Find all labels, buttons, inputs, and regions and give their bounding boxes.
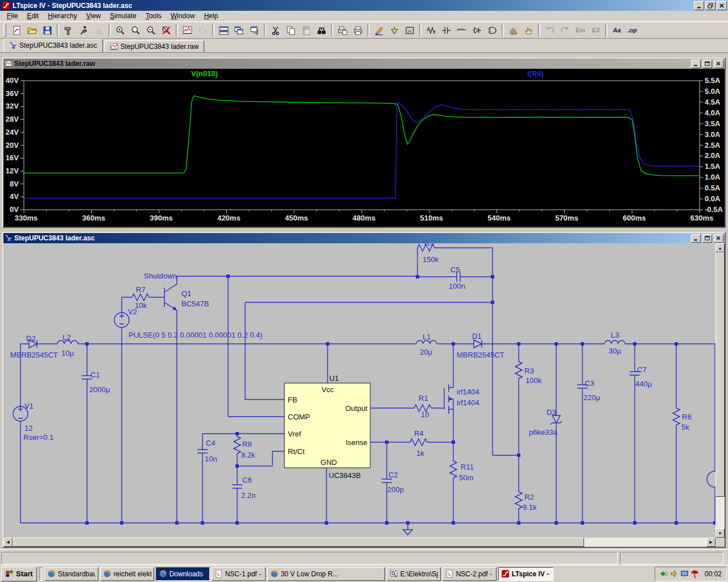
label-r5-value[interactable]: 150k xyxy=(423,255,439,264)
printkey-icon[interactable] xyxy=(660,569,668,578)
label-d3-value[interactable]: p6ke33a xyxy=(529,428,558,436)
toolbar-diode-button[interactable] xyxy=(469,23,485,38)
toolbar-open-file-button[interactable] xyxy=(24,23,40,38)
label-c3-value[interactable]: 220µ xyxy=(584,393,601,402)
toolbar-zoom-out-button[interactable] xyxy=(143,23,159,38)
label-r4-value[interactable]: 1k xyxy=(416,449,424,458)
label-v1-name[interactable]: V1 xyxy=(24,402,34,410)
toolbar-capacitor-button[interactable] xyxy=(439,23,454,38)
label-c7-value[interactable]: 440µ xyxy=(635,380,652,388)
label-r11-value[interactable]: 50m xyxy=(459,473,473,482)
horizontal-scrollbar[interactable]: ◀ ▶ xyxy=(3,538,715,547)
label-l3-name[interactable]: L3 xyxy=(611,331,619,339)
menu-window[interactable]: Window xyxy=(166,11,200,21)
label-c4-name[interactable]: C4 xyxy=(206,439,216,447)
schematic-canvas[interactable]: Shutdown R7 10k Q1 BC547B V2 PULSE(0 5 0… xyxy=(3,243,715,538)
toolbar-spice-directive-button[interactable]: .op xyxy=(624,23,640,38)
label-r6-value[interactable]: 5k xyxy=(681,423,689,431)
scroll-up-button[interactable]: ▲ xyxy=(715,243,725,252)
label-r3-value[interactable]: 100k xyxy=(526,376,542,385)
label-c5-name[interactable]: C5 xyxy=(450,265,460,274)
label-l1-name[interactable]: L1 xyxy=(423,332,431,341)
toolbar-zoom-in-button[interactable] xyxy=(113,23,128,38)
horizontal-scroll-thumb[interactable] xyxy=(13,538,584,547)
close-button[interactable] xyxy=(717,1,727,10)
label-c6-value[interactable]: 2.2n xyxy=(241,491,255,500)
label-c4-value[interactable]: 10n xyxy=(205,455,217,463)
trace-I(R9)[interactable] xyxy=(24,102,700,198)
label-c2-value[interactable]: 200p xyxy=(387,485,404,494)
tab-schematic[interactable]: StepUPUC3843 lader.asc xyxy=(3,39,103,52)
label-c6-name[interactable]: C6 xyxy=(242,476,252,484)
toolbar-new-schematic-button[interactable] xyxy=(9,23,24,38)
label-r1-value[interactable]: 10 xyxy=(421,410,429,419)
start-button[interactable]: Start xyxy=(1,567,37,581)
toolbar-copy-button[interactable] xyxy=(283,23,299,38)
label-r5-name[interactable]: R5 xyxy=(424,243,434,247)
toolbar-tile-horizontal-button[interactable] xyxy=(216,23,231,38)
toolbar-component-button[interactable] xyxy=(485,23,500,38)
toolbar-inductor-button[interactable] xyxy=(454,23,469,38)
toolbar-resistor-button[interactable] xyxy=(423,23,439,38)
trace-label-V(n010)[interactable]: V(n010) xyxy=(191,69,218,78)
label-l2-name[interactable]: L2 xyxy=(63,333,71,342)
label-c7-name[interactable]: C7 xyxy=(637,365,647,374)
label-c1-name[interactable]: C1 xyxy=(90,371,100,379)
label-r2-value[interactable]: 9.1k xyxy=(523,503,537,512)
label-q1-value[interactable]: BC547B xyxy=(181,300,209,308)
toolbar-drag-button[interactable] xyxy=(521,23,536,38)
label-r3-name[interactable]: R3 xyxy=(524,367,534,375)
resize-grip[interactable] xyxy=(715,538,725,547)
label-m1-name[interactable]: irf1404 xyxy=(457,388,479,396)
label-v1-param[interactable]: Rser=0.1 xyxy=(23,433,53,442)
menu-hierarchy[interactable]: Hierarchy xyxy=(43,11,81,21)
label-q1-name[interactable]: Q1 xyxy=(181,289,191,298)
toolbar-ground-button[interactable] xyxy=(387,23,402,38)
label-v1-value[interactable]: 12 xyxy=(24,424,32,433)
label-r6-name[interactable]: R6 xyxy=(682,413,692,421)
plot-svg[interactable]: 40V36V32V28V24V20V16V12V8V4V0V5.5A5.0A4.… xyxy=(3,69,725,227)
wf-close-button[interactable] xyxy=(714,60,723,68)
menu-view[interactable]: View xyxy=(81,11,105,21)
menu-file[interactable]: File xyxy=(2,11,22,21)
wf-maximize-button[interactable] xyxy=(702,60,712,68)
taskbar-button-7[interactable]: NSC-2.pdf - Ado... xyxy=(442,567,497,581)
label-u1-name[interactable]: U1 xyxy=(329,374,339,383)
trace-label-I(R9)[interactable]: I(R9) xyxy=(527,69,544,78)
tab-waveform[interactable]: StepUPUC3843 lader.raw xyxy=(104,40,204,52)
edge-source-circle[interactable] xyxy=(707,471,715,487)
display-icon[interactable] xyxy=(680,569,689,578)
taskbar-button-8[interactable]: LTspice IV - St... xyxy=(498,567,553,581)
taskbar-button-1[interactable]: Standardbauele... xyxy=(44,567,98,581)
menu-help[interactable]: Help xyxy=(200,11,223,21)
toolbar-run-button[interactable] xyxy=(76,23,92,38)
label-d3-name[interactable]: D3 xyxy=(547,408,556,417)
label-c2-name[interactable]: C2 xyxy=(388,471,398,479)
volume-icon[interactable] xyxy=(670,569,679,578)
menu-simulate[interactable]: Simulate xyxy=(105,11,141,21)
toolbar-print-preview-button[interactable] xyxy=(335,23,350,38)
label-d1-value[interactable]: MBRB2545CT xyxy=(457,351,504,359)
taskbar-button-4[interactable]: NSC-1.pdf - Ado... xyxy=(212,567,266,581)
vertical-scrollbar[interactable]: ▲ ▼ xyxy=(715,243,725,538)
label-c3-name[interactable]: C3 xyxy=(585,379,594,388)
label-r2-name[interactable]: R2 xyxy=(524,493,534,501)
vertical-scroll-thumb[interactable] xyxy=(715,252,725,497)
taskbar-button-6[interactable]: E:\Elektro\Spice ... xyxy=(387,567,441,581)
toolbar-find-button[interactable] xyxy=(314,23,329,38)
net-label-shutdown[interactable]: Shutdown xyxy=(144,272,177,280)
label-d2-name[interactable]: D2 xyxy=(26,334,36,343)
label-r1-name[interactable]: R1 xyxy=(419,394,428,402)
taskbar-button-5[interactable]: 30 V Low Drop R... xyxy=(267,567,385,581)
title-bar[interactable]: LTspice IV - StepUPUC3843 lader.asc xyxy=(0,0,728,11)
plot-pane[interactable]: 40V36V32V28V24V20V16V12V8V4V0V5.5A5.0A4.… xyxy=(3,69,725,227)
label-r11-name[interactable]: R11 xyxy=(461,463,474,471)
toolbar-text-button[interactable]: Aa xyxy=(609,23,624,38)
label-c5-value[interactable]: 100n xyxy=(449,282,465,290)
label-m1-value[interactable]: irf1404 xyxy=(457,398,479,407)
label-u1-value[interactable]: UC3843B xyxy=(329,471,361,480)
toolbar-autorange-button[interactable] xyxy=(180,23,195,38)
toolbar-tile-vertical-button[interactable] xyxy=(231,23,247,38)
label-r8-value[interactable]: 8.2k xyxy=(241,451,255,459)
sc-close-button[interactable] xyxy=(714,234,723,243)
